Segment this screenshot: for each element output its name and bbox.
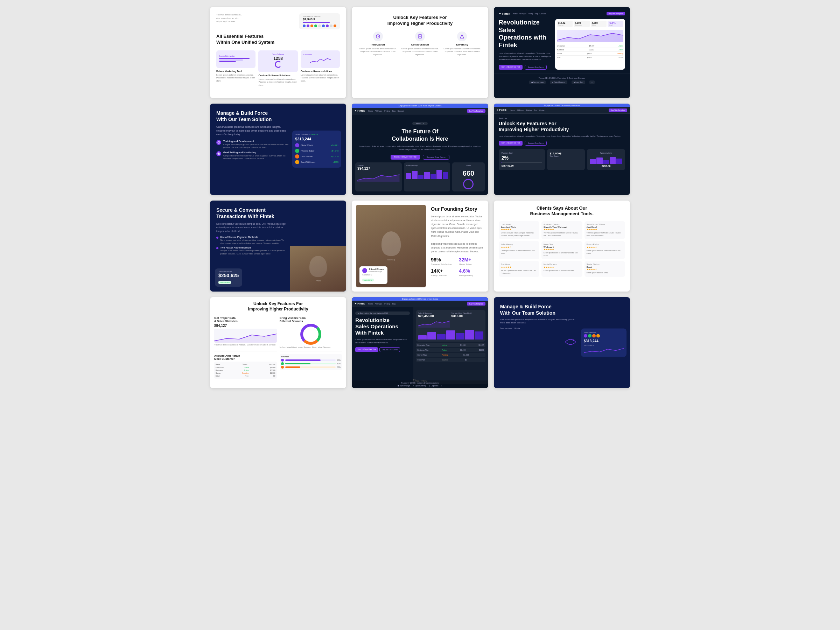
review-card: Emery Philips ★★★★☆ Lorem ipsum dolor si…	[584, 241, 625, 259]
review-text: Yet the Expressit Pro Model Service Revi…	[543, 232, 580, 237]
customer-id-label: Customer ID	[362, 274, 385, 276]
dash-stat-label: Customers	[575, 24, 588, 26]
dash-stat-val: +9.9%	[609, 22, 622, 24]
nav-pricing-dark[interactable]: Pricing	[526, 109, 532, 111]
buy-template-btn[interactable]: Buy This Template	[606, 12, 625, 16]
member-amount: +$4,043	[331, 150, 338, 152]
nav-pricing[interactable]: Pricing	[384, 110, 390, 112]
score-value: 660	[454, 169, 482, 177]
demo-btn[interactable]: Request Free Demo	[423, 155, 449, 159]
table-row: StarterPending$1,200	[216, 372, 275, 374]
request-demo-btn[interactable]: Request Free Demo	[525, 65, 547, 69]
buy-btn-bottom[interactable]: Buy This Template	[467, 302, 485, 306]
member-name: Olivia Wright	[301, 144, 313, 146]
table-row-b: Enterprise PlanActive$4,400$94.07	[416, 343, 485, 347]
fintek-navbar-dark: ✦ Fintek Home All Pages Pricing Blog Con…	[494, 107, 630, 114]
review-card: Kalin Hamoty ★★★★☆ Lorem ipsum dolor sit…	[499, 241, 539, 259]
person-avatar	[362, 268, 367, 273]
reviewer-name: Kalin Hamoty	[501, 243, 537, 245]
team-widget: Team members 100 total $313,244 Olivia W…	[292, 131, 341, 167]
stars: ★★★★☆	[587, 246, 623, 249]
buy-btn-dark[interactable]: Buy This Template	[609, 109, 627, 112]
status-badge: Last Active	[362, 279, 373, 281]
fintek-logo: ✦ Fintek	[355, 109, 365, 112]
nav-pages-dark[interactable]: All Pages	[517, 109, 524, 111]
review-card: Anothern Quinton Simplify Your Workload …	[542, 221, 582, 239]
card-fintek-bottom: Engage and convert 30% more of your visi…	[352, 297, 488, 388]
start-trial-btn[interactable]: Start 14 Days Free Trial	[499, 65, 523, 69]
demo-btn-bottom[interactable]: Request Free Demo	[379, 347, 400, 352]
dash-stat-label: Growth	[609, 24, 622, 26]
table-row: Business$4,200Active	[557, 48, 623, 52]
dash-stat-label: Revenue	[558, 24, 572, 26]
trial-btn[interactable]: Start 14 Days Free Trial	[391, 155, 420, 159]
nav-pages-b[interactable]: All Pages	[375, 303, 382, 305]
diversity-icon	[457, 32, 467, 41]
feature-visitors: Bring Visitors FromDifferent Sources Nul…	[279, 316, 342, 348]
nav-contact[interactable]: Contact	[398, 110, 404, 112]
feature-box: Team Software 1258	[258, 51, 297, 72]
stat-chart	[357, 172, 400, 182]
nav-home-dark[interactable]: Home	[510, 109, 515, 111]
member-name: Lana Steiner	[301, 155, 313, 158]
demo-btn-dark[interactable]: Request Free Demo	[525, 141, 547, 145]
nav-blog-dark[interactable]: Blog	[534, 109, 537, 111]
bar	[431, 174, 436, 179]
main-grid: Yuk true demo dashboard... duis lorem do…	[210, 7, 630, 388]
reviewer-name: Anothern Quinton	[543, 223, 580, 226]
table-title: Sources	[281, 355, 341, 358]
nav-home[interactable]: Home	[368, 110, 373, 112]
table-row-b: Business PlanActive$3,200$1256	[416, 348, 485, 352]
review-text: Lorem ipsum dolor sit amet consectetur s…	[501, 249, 537, 255]
collaboration-desc: Lorem ipsum dolor sit amet consectetur. …	[400, 47, 440, 56]
team-label: Team members	[584, 331, 624, 333]
bar	[616, 159, 622, 164]
source-value: 70%	[337, 359, 341, 361]
stat-customers: 14K+ Happy Customer	[431, 268, 456, 276]
nav-blog[interactable]: Blog	[392, 110, 395, 112]
fintek-logo-top: ✦ Fintek	[499, 12, 510, 16]
buy-template-btn[interactable]: Buy This Template	[467, 109, 485, 113]
svg-point-6	[218, 153, 219, 154]
reviewer-name: Neon Star	[543, 243, 580, 245]
team-member: Lana Steiner +$1,274	[295, 154, 338, 159]
reviewer-name: Just Wow!	[501, 263, 537, 265]
trial-btn-bottom[interactable]: Start 14 Days Free Trial	[355, 347, 378, 352]
payment-desc: Nunc tempor nec tetus ultrices porttitor…	[220, 239, 287, 245]
nav-home-b[interactable]: Home	[368, 303, 373, 305]
story-text: Our Founding Story Lorem ipsum dolor sit…	[431, 205, 484, 287]
hero-title: The Future OfCollaboration Is Here	[357, 128, 483, 143]
widget-amount-bottom: $313,244	[584, 339, 624, 343]
nav-contact-dark[interactable]: Contact	[539, 109, 545, 111]
review-card: Steve Noor Of Mars Just Wow! ★★★★★ Yet t…	[584, 221, 625, 239]
story-title: Our Founding Story	[431, 206, 484, 212]
reviewer-name: Emery Philips	[587, 243, 623, 245]
member-amount: +$855	[333, 161, 338, 163]
review-card: Neon Star We Love It ★★★★★ Lorem ipsum d…	[542, 241, 582, 259]
nav-pricing-b[interactable]: Pricing	[384, 303, 390, 305]
dash-stat-label: Orders	[592, 24, 605, 26]
story-layout: Meeting Albert Flores Product Manager Cu…	[356, 205, 484, 287]
stat-value: 14K+	[431, 268, 456, 274]
icon-dot	[318, 25, 321, 27]
revenue-amount: $250,625	[218, 273, 239, 278]
training-title: Training and Development	[223, 140, 290, 142]
nav-blog-b[interactable]: Blog	[392, 303, 395, 305]
trial-btn-dark[interactable]: Start 14 Days Free Trial	[499, 141, 523, 145]
stat-label: Money Raised	[459, 263, 484, 265]
source-row: 30%	[281, 366, 341, 369]
svg-marker-8	[214, 334, 277, 343]
widget-amount: $313,244	[295, 137, 338, 141]
fintek-navbar: ✦ Fintek Home All Pages Pricing Blog Con…	[352, 108, 488, 114]
bar	[610, 157, 616, 164]
score-donut	[463, 179, 474, 189]
widget-title: Team members 100 total	[295, 133, 338, 136]
feature-item: Team Software 1258 Custom Software Solut…	[258, 51, 297, 87]
feature-collaboration: Collaboration Lorem ipsum dolor sit amet…	[400, 32, 440, 56]
stat-value: $94,127	[357, 167, 400, 171]
avatar-sm	[584, 334, 587, 337]
nav-pages[interactable]: All Pages	[375, 110, 382, 112]
unlock-bottom-title: Unlock Key Features ForImproving Higher …	[214, 302, 342, 312]
fintek-navbar-bottom: ✦ Fintek Home All Pages Pricing Blog Buy…	[352, 301, 488, 307]
stat-card-activity: Weekly Activity	[404, 163, 450, 191]
